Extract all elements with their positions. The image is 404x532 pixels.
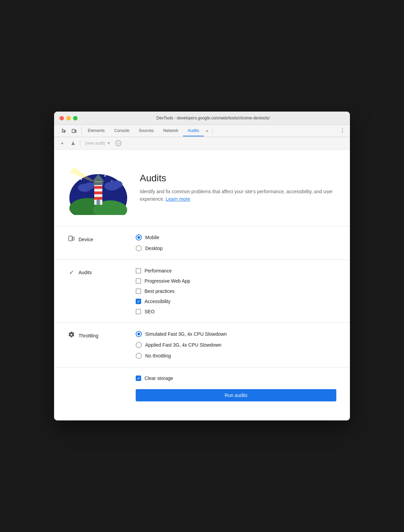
svg-rect-27 xyxy=(97,200,100,205)
device-mobile-option[interactable]: Mobile xyxy=(136,234,336,240)
device-desktop-label: Desktop xyxy=(145,246,163,251)
storage-section: Clear storage Run audits xyxy=(136,367,336,410)
audit-accessibility-label: Accessibility xyxy=(145,299,170,304)
throttling-none-label: No throttling xyxy=(145,353,171,359)
throttling-simulated-label: Simulated Fast 3G, 4x CPU Slowdown xyxy=(145,331,227,337)
audits-section: ✓ Audits Performance Progressive Web App… xyxy=(68,260,336,322)
audit-pwa-label: Progressive Web App xyxy=(145,278,190,284)
checkmark-icon: ✓ xyxy=(68,269,75,276)
audit-pwa-checkbox[interactable] xyxy=(136,278,141,284)
audit-best-practices-option[interactable]: Best practices xyxy=(136,288,336,294)
devtools-tab-bar: Elements Console Sources Network Audits … xyxy=(54,125,350,137)
svg-point-6 xyxy=(104,175,106,177)
device-mode-icon[interactable] xyxy=(70,127,79,135)
throttling-applied-radio[interactable] xyxy=(136,342,142,348)
throttling-section: Throttling Simulated Fast 3G, 4x CPU Slo… xyxy=(68,323,336,367)
svg-point-14 xyxy=(85,182,95,189)
clear-storage-option[interactable]: Clear storage xyxy=(136,376,336,381)
throttling-none-option[interactable]: No throttling xyxy=(136,353,336,359)
svg-point-4 xyxy=(88,174,89,175)
tab-separator xyxy=(212,128,213,134)
devtools-icons xyxy=(57,127,82,135)
device-icon xyxy=(68,235,75,244)
svg-rect-28 xyxy=(69,236,72,241)
hero-text: Audits Identify and fix common problems … xyxy=(140,173,336,203)
hero-section: Audits Identify and fix common problems … xyxy=(68,161,336,215)
device-section-label: Device xyxy=(79,237,93,242)
throttling-applied-option[interactable]: Applied Fast 3G, 4x CPU Slowdown xyxy=(136,342,336,348)
device-label: Device xyxy=(68,234,136,244)
tab-sources[interactable]: Sources xyxy=(134,126,158,136)
device-desktop-radio[interactable] xyxy=(136,245,142,251)
run-audits-button[interactable]: Run audits xyxy=(136,389,336,401)
audit-dropdown[interactable]: (new audit) ▼ xyxy=(83,140,113,146)
device-options: Mobile Desktop xyxy=(136,234,336,251)
more-tabs-button[interactable]: » xyxy=(204,126,210,136)
gear-icon xyxy=(68,332,75,339)
svg-rect-1 xyxy=(75,130,76,132)
devtools-window: DevTools - developers.google.com/web/too… xyxy=(54,112,350,420)
throttling-label: Throttling xyxy=(68,331,136,339)
throttling-none-radio[interactable] xyxy=(136,353,142,359)
audit-seo-checkbox[interactable] xyxy=(136,309,141,314)
clear-storage-checkbox[interactable] xyxy=(136,376,141,381)
kebab-menu-button[interactable]: ⋮ xyxy=(338,125,347,137)
minimize-button[interactable] xyxy=(66,116,71,120)
audit-performance-option[interactable]: Performance xyxy=(136,268,336,273)
tab-elements[interactable]: Elements xyxy=(83,126,110,136)
svg-point-3 xyxy=(81,179,82,180)
no-entry-icon[interactable]: ⊘ xyxy=(115,140,121,146)
maximize-button[interactable] xyxy=(73,116,78,120)
audit-best-practices-checkbox[interactable] xyxy=(136,288,141,294)
svg-point-8 xyxy=(116,173,118,175)
tab-audits[interactable]: Audits xyxy=(183,126,204,136)
audit-performance-label: Performance xyxy=(145,268,172,273)
hero-title: Audits xyxy=(140,173,336,184)
window-title: DevTools - developers.google.com/web/too… xyxy=(82,116,344,120)
svg-point-16 xyxy=(112,181,122,188)
device-desktop-option[interactable]: Desktop xyxy=(136,245,336,251)
throttling-section-label: Throttling xyxy=(79,333,98,338)
throttling-options: Simulated Fast 3G, 4x CPU Slowdown Appli… xyxy=(136,331,336,359)
lighthouse-illustration xyxy=(68,161,129,215)
audit-accessibility-option[interactable]: Accessibility xyxy=(136,299,336,304)
svg-rect-0 xyxy=(72,129,75,133)
audit-seo-option[interactable]: SEO xyxy=(136,309,336,314)
close-button[interactable] xyxy=(60,116,64,120)
throttling-simulated-option[interactable]: Simulated Fast 3G, 4x CPU Slowdown xyxy=(136,331,336,337)
svg-rect-21 xyxy=(94,192,102,194)
svg-rect-20 xyxy=(94,186,102,189)
tab-network[interactable]: Network xyxy=(158,126,183,136)
audit-dropdown-label: (new audit) xyxy=(85,141,105,146)
device-section: Device Mobile Desktop xyxy=(68,226,336,260)
download-audit-button[interactable] xyxy=(69,139,77,147)
audit-pwa-option[interactable]: Progressive Web App xyxy=(136,278,336,284)
traffic-lights xyxy=(60,116,78,120)
device-mobile-label: Mobile xyxy=(145,235,159,240)
hero-description: Identify and fix common problems that af… xyxy=(140,188,336,203)
audit-accessibility-checkbox[interactable] xyxy=(136,299,141,304)
clear-storage-label: Clear storage xyxy=(145,376,173,381)
audit-seo-label: SEO xyxy=(145,309,155,314)
add-audit-button[interactable]: + xyxy=(58,139,66,147)
throttling-simulated-radio[interactable] xyxy=(136,331,142,337)
audit-best-practices-label: Best practices xyxy=(145,288,174,294)
svg-point-7 xyxy=(112,181,113,182)
audit-performance-checkbox[interactable] xyxy=(136,268,141,273)
throttling-applied-label: Applied Fast 3G, 4x CPU Slowdown xyxy=(145,342,221,348)
chevron-down-icon: ▼ xyxy=(106,141,111,146)
device-mobile-radio[interactable] xyxy=(136,234,142,240)
learn-more-link[interactable]: Learn more xyxy=(166,196,190,202)
titlebar: DevTools - developers.google.com/web/too… xyxy=(54,112,350,125)
audit-toolbar: + (new audit) ▼ ⊘ xyxy=(54,137,350,150)
svg-rect-22 xyxy=(94,197,102,200)
audits-label: ✓ Audits xyxy=(68,268,136,276)
tab-console[interactable]: Console xyxy=(110,126,134,136)
svg-rect-29 xyxy=(72,237,74,240)
toolbar-separator xyxy=(80,140,80,146)
inspect-icon[interactable] xyxy=(60,127,68,135)
audits-section-label: Audits xyxy=(79,270,92,275)
main-content: Audits Identify and fix common problems … xyxy=(54,150,350,420)
audits-options: Performance Progressive Web App Best pra… xyxy=(136,268,336,314)
